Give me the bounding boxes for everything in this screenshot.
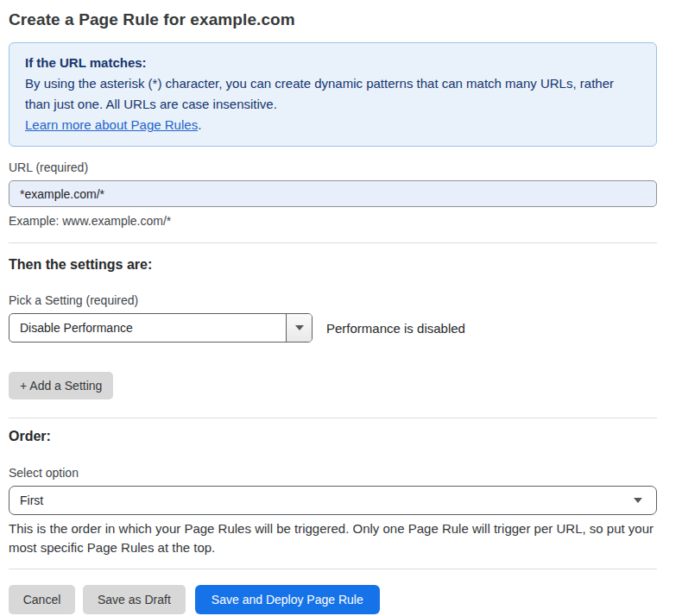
order-select-value: First	[20, 493, 43, 507]
order-help-text: This is the order in which your Page Rul…	[9, 519, 657, 557]
info-box-heading: If the URL matches:	[25, 53, 641, 73]
url-example-text: Example: www.example.com/*	[9, 214, 657, 228]
settings-section-heading: Then the settings are:	[9, 257, 657, 273]
url-input[interactable]	[9, 180, 657, 207]
setting-status-text: Performance is disabled	[326, 321, 465, 336]
divider	[9, 569, 657, 569]
setting-row: Disable Performance Performance is disab…	[9, 313, 657, 343]
caret-down-icon	[634, 498, 642, 503]
url-field-label: URL (required)	[9, 160, 657, 174]
page-rule-form: Create a Page Rule for example.com If th…	[0, 0, 682, 616]
link-suffix: .	[198, 117, 201, 132]
learn-more-link[interactable]: Learn more about Page Rules	[25, 117, 198, 132]
add-setting-button[interactable]: + Add a Setting	[9, 372, 113, 399]
setting-select[interactable]: Disable Performance	[9, 313, 313, 343]
setting-select-value: Disable Performance	[9, 314, 286, 342]
setting-select-arrow-button[interactable]	[286, 314, 312, 342]
divider	[9, 418, 657, 418]
order-select-label: Select option	[9, 466, 657, 480]
save-as-draft-button[interactable]: Save as Draft	[83, 585, 186, 614]
order-select[interactable]: First	[9, 486, 657, 515]
divider	[9, 242, 657, 243]
save-and-deploy-button[interactable]: Save and Deploy Page Rule	[195, 585, 380, 614]
cancel-button[interactable]: Cancel	[9, 585, 75, 614]
page-title: Create a Page Rule for example.com	[9, 10, 657, 29]
info-box-body: By using the asterisk (*) character, you…	[25, 73, 641, 115]
form-actions: Cancel Save as Draft Save and Deploy Pag…	[9, 585, 657, 614]
info-box-link-line: Learn more about Page Rules.	[25, 115, 641, 135]
setting-picker-label: Pick a Setting (required)	[9, 293, 657, 307]
url-match-info-box: If the URL matches: By using the asteris…	[9, 42, 657, 147]
caret-down-icon	[295, 325, 304, 330]
order-section-heading: Order:	[9, 429, 657, 444]
